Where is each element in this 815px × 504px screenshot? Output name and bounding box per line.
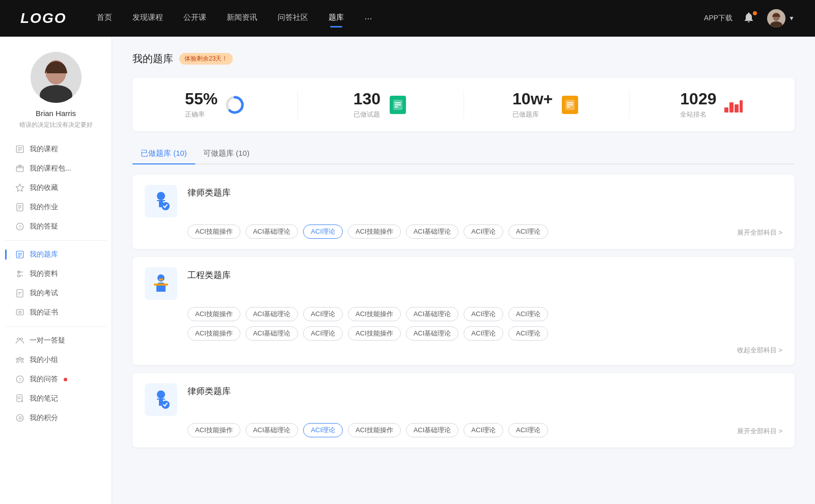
svg-rect-64 [154,284,168,286]
sidebar-label: 一对一答疑 [30,336,65,345]
sidebar-label: 我的作业 [30,203,58,212]
main-content: 我的题库 体验剩余23天！ 55% 正确率 130 [112,37,815,504]
tag-active[interactable]: ACI理论 [303,225,343,239]
tag[interactable]: ACI理论 [303,307,343,321]
tag[interactable]: ACI基础理论 [246,307,298,321]
svg-rect-19 [16,251,23,258]
page-title: 我的题库 [132,52,173,66]
svg-point-24 [18,271,19,272]
sidebar-item-collect[interactable]: 我的收藏 [5,178,106,198]
nav-news[interactable]: 新闻资讯 [227,13,257,24]
sidebar-item-exam[interactable]: 我的考试 [5,284,106,303]
sidebar-item-points[interactable]: 积 我的积分 [5,408,106,428]
tab-done[interactable]: 已做题库 (10) [132,144,195,164]
sidebar-item-package[interactable]: 我的课程包... [5,159,106,178]
tag[interactable]: ACI理论 [508,307,548,321]
sidebar-label: 我的课程 [30,145,58,154]
qbank-title-3: 律师类题库 [187,383,231,397]
tag[interactable]: ACI基础理论 [406,423,459,437]
svg-point-35 [19,357,21,360]
svg-rect-40 [17,395,22,402]
stat-accuracy-value: 55% [185,90,218,108]
header-right: APP下载 ▼ [704,9,795,27]
sidebar-label: 我的笔记 [30,394,58,403]
nav-more[interactable]: ··· [364,13,372,24]
sidebar-item-data[interactable]: 我的资料 [5,264,106,284]
stat-done-banks-icon [560,95,580,115]
tag[interactable]: ACI基础理论 [406,225,459,239]
svg-point-59 [157,192,165,200]
notification-bell[interactable] [743,11,757,25]
qbank-tags-2b: ACI技能操作 ACI基础理论 ACI理论 ACI技能操作 ACI基础理论 AC… [187,326,782,341]
sidebar-item-notes[interactable]: 我的笔记 [5,389,106,408]
tag[interactable]: ACI理论 [508,423,548,437]
tag[interactable]: ACI理论 [303,326,343,341]
tag[interactable]: ACI技能操作 [348,307,401,321]
header-avatar [767,9,785,27]
qbank-card-3-header: 律师类题库 [145,383,782,416]
tag[interactable]: ACI基础理论 [246,423,298,437]
stat-done-banks-label: 已做题库 [512,110,553,119]
tag[interactable]: ACI技能操作 [187,225,240,239]
app-download-button[interactable]: APP下载 [704,14,732,23]
tag[interactable]: ACI技能操作 [348,225,401,239]
tag[interactable]: ACI理论 [464,307,503,321]
tag[interactable]: ACI理论 [464,225,503,239]
tag[interactable]: ACI技能操作 [187,423,240,437]
sidebar-label: 我的课程包... [30,164,71,173]
nav-qa[interactable]: 问答社区 [278,13,308,24]
svg-point-36 [16,358,18,360]
tag[interactable]: ACI技能操作 [187,307,240,321]
tag[interactable]: ACI技能操作 [187,326,240,341]
sidebar-item-course[interactable]: 我的课程 [5,139,106,159]
expand-link-1[interactable]: 展开全部科目 > [737,226,782,237]
expand-link-3[interactable]: 展开全部科目 > [737,425,782,436]
qbank-card-2-header: 工程类题库 [145,267,782,300]
notification-badge [753,11,757,15]
nav-open-course[interactable]: 公开课 [183,13,206,24]
nav-home[interactable]: 首页 [97,13,112,24]
sidebar-label: 我的题库 [30,250,58,259]
qbank-card-1-header: 律师类题库 [145,185,782,217]
sidebar-item-1on1[interactable]: 一对一答疑 [5,331,106,350]
collapse-link-2[interactable]: 收起全部科目 > [737,344,782,355]
sidebar-menu: 我的课程 我的课程包... 我的收藏 我的作业 ? 我的答疑 我的 [0,139,112,428]
tag[interactable]: ACI基础理论 [246,326,298,341]
tag[interactable]: ACI理论 [508,326,548,341]
tag[interactable]: ACI理论 [508,225,548,239]
svg-rect-55 [724,107,728,113]
svg-point-26 [18,275,20,277]
svg-rect-11 [19,165,21,166]
sidebar: Brian Harris 错误的决定比没有决定要好 我的课程 我的课程包... … [0,37,112,504]
tab-todo[interactable]: 可做题库 (10) [195,144,258,164]
svg-point-33 [17,338,20,341]
svg-rect-28 [17,290,23,297]
tag[interactable]: ACI基础理论 [406,326,459,341]
qbank-list: 律师类题库 ACI技能操作 ACI基础理论 ACI理论 ACI技能操作 ACI基… [132,175,795,447]
svg-rect-31 [16,310,23,315]
stat-accuracy-label: 正确率 [185,110,218,119]
svg-point-37 [21,358,23,360]
svg-point-34 [20,338,23,341]
sidebar-item-homework[interactable]: 我的作业 [5,198,106,217]
nav-discover[interactable]: 发现课程 [132,13,163,24]
sidebar-item-cert[interactable]: 我的证书 [5,303,106,322]
stat-done-q-label: 已做试题 [354,110,381,119]
tag[interactable]: ACI理论 [464,326,503,341]
sidebar-item-myqa[interactable]: ? 我的问答 [5,370,106,389]
sidebar-item-qa-mine[interactable]: ? 我的答疑 [5,217,106,236]
tag-active[interactable]: ACI理论 [303,423,343,437]
sidebar-item-qbank[interactable]: 我的题库 [5,245,106,264]
svg-text:?: ? [18,377,21,382]
sidebar-divider-1 [5,240,106,241]
tag[interactable]: ACI技能操作 [348,423,401,437]
tag[interactable]: ACI理论 [464,423,503,437]
tag[interactable]: ACI基础理论 [406,307,459,321]
tag[interactable]: ACI技能操作 [348,326,401,341]
sidebar-label: 我的问答 [30,375,58,384]
qbank-tags-3: ACI技能操作 ACI基础理论 ACI理论 ACI技能操作 ACI基础理论 AC… [187,423,782,437]
tag[interactable]: ACI基础理论 [246,225,298,239]
user-menu[interactable]: ▼ [767,9,795,27]
nav-qbank[interactable]: 题库 [329,13,344,24]
sidebar-item-group[interactable]: 我的小组 [5,350,106,370]
